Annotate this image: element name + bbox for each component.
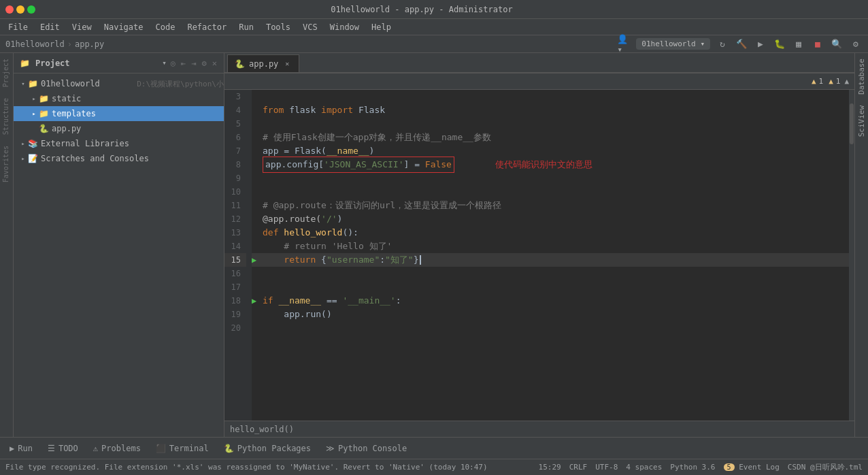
code-line-20 bbox=[252, 321, 849, 335]
code-line-12: @app.route( '/' ) bbox=[252, 212, 849, 226]
str-main: '__main__' bbox=[342, 294, 395, 308]
editor-tab-apppy[interactable]: 🐍 app.py ✕ bbox=[227, 54, 299, 72]
line-num-20: 20 bbox=[224, 321, 246, 335]
menu-tools[interactable]: Tools bbox=[261, 21, 296, 33]
status-python-version[interactable]: Python 3.6 bbox=[670, 463, 715, 472]
window-minimize-button[interactable] bbox=[16, 5, 24, 14]
database-tab[interactable]: Database bbox=[855, 53, 868, 100]
code-line-4: from flask import Flask bbox=[252, 103, 849, 117]
tree-item-scratches[interactable]: ▸ 📝 Scratches and Consoles bbox=[14, 151, 224, 166]
line-numbers: 3 4 5 6 7 8 9 10 11 12 13 14 15 16 17 18 bbox=[224, 90, 252, 421]
tree-item-apppy[interactable]: 🐍 app.py bbox=[14, 121, 224, 136]
status-separator-1: CRLF bbox=[569, 463, 588, 472]
title-bar: 01helloworld - app.py - Administrator bbox=[0, 0, 868, 19]
project-panel: 📁 Project ▾ ◎ ⇤ ⇥ ⚙ ✕ ▾ 📁 01helloworld D… bbox=[14, 53, 224, 437]
window-maximize-button[interactable] bbox=[27, 5, 35, 14]
code-area-wrapper: 3 4 5 6 7 8 9 10 11 12 13 14 15 16 17 18 bbox=[224, 90, 854, 421]
status-position[interactable]: 15:29 bbox=[539, 463, 561, 472]
tab-close-button[interactable]: ✕ bbox=[282, 59, 292, 69]
decorator-at: @app.route( bbox=[263, 212, 321, 226]
warning-icon-2: ▲ bbox=[829, 77, 833, 86]
line-num-13: 13 bbox=[224, 226, 246, 240]
project-close-icon[interactable]: ✕ bbox=[211, 57, 218, 69]
code-line-9 bbox=[252, 171, 849, 185]
git-branch-label: 01helloworld bbox=[641, 39, 695, 48]
menu-navigate[interactable]: Navigate bbox=[99, 21, 149, 33]
coverage-icon[interactable]: ▦ bbox=[792, 37, 805, 51]
debug-icon[interactable]: 🐛 bbox=[773, 37, 786, 51]
project-settings-icon[interactable]: ⚙ bbox=[201, 57, 208, 69]
vertical-scrollbar[interactable] bbox=[849, 90, 854, 421]
menu-vcs[interactable]: VCS bbox=[297, 21, 323, 33]
code-content[interactable]: from flask import Flask # 使用Flask创建一个app… bbox=[252, 90, 849, 421]
plain-def-paren: (): bbox=[342, 226, 358, 240]
tree-arrow-templates: ▸ bbox=[30, 110, 38, 118]
code-line-19: app.run() bbox=[252, 308, 849, 321]
collapse-all-icon[interactable]: ⇤ bbox=[180, 57, 187, 69]
status-spaces[interactable]: 4 spaces bbox=[626, 463, 662, 472]
breadcrumb-project[interactable]: 01helloworld bbox=[5, 39, 65, 49]
code-editor: 3 4 5 6 7 8 9 10 11 12 13 14 15 16 17 18 bbox=[224, 90, 849, 421]
tab-run[interactable]: ▶ Run bbox=[3, 440, 39, 457]
menu-view[interactable]: View bbox=[67, 21, 97, 33]
search-icon[interactable]: 🔍 bbox=[830, 37, 844, 51]
project-side-tab[interactable]: Project bbox=[0, 53, 13, 93]
menu-edit[interactable]: Edit bbox=[35, 21, 65, 33]
line-num-18: 18 bbox=[224, 294, 246, 308]
warning-expand-icon[interactable]: ▲ bbox=[844, 77, 849, 86]
left-side-panel: Project Structure Favorites bbox=[0, 53, 14, 437]
menu-code[interactable]: Code bbox=[150, 21, 181, 33]
line-num-19: 19 bbox=[224, 308, 246, 321]
menu-refactor[interactable]: Refactor bbox=[182, 21, 232, 33]
locate-icon[interactable]: ◎ bbox=[169, 57, 177, 69]
tab-terminal[interactable]: ⬛ Terminal bbox=[149, 440, 216, 457]
expand-all-icon[interactable]: ⇥ bbox=[190, 57, 197, 69]
plain-appconfig: app.config[ bbox=[265, 158, 324, 171]
stop-icon[interactable]: ■ bbox=[811, 37, 824, 51]
breadcrumb-file[interactable]: app.py bbox=[75, 39, 104, 49]
root-folder-icon: 📁 bbox=[27, 78, 38, 89]
main-area: Project Structure Favorites 📁 Project ▾ … bbox=[0, 53, 868, 437]
apppy-file-icon: 🐍 bbox=[38, 123, 49, 134]
bottom-tab-bar: ▶ Run ☰ TODO ⚠ Problems ⬛ Terminal 🐍 Pyt… bbox=[0, 437, 868, 459]
tree-arrow-apppy bbox=[30, 125, 38, 133]
kw-from: from bbox=[263, 103, 284, 117]
status-encoding[interactable]: UTF-8 bbox=[595, 463, 618, 472]
user-icon[interactable]: 👤▾ bbox=[617, 37, 631, 51]
run-icon[interactable]: ▶ bbox=[754, 37, 767, 51]
python-console-tab-icon: ≫ bbox=[326, 444, 335, 453]
tree-item-static[interactable]: ▸ 📁 static bbox=[14, 91, 224, 106]
menu-help[interactable]: Help bbox=[366, 21, 397, 33]
tab-python-console[interactable]: ≫ Python Console bbox=[319, 440, 414, 457]
line-num-14: 14 bbox=[224, 240, 246, 253]
settings-icon[interactable]: ⚙ bbox=[849, 37, 863, 51]
git-branch-selector[interactable]: 01helloworld ▾ bbox=[636, 38, 710, 50]
comment-line11: # @app.route：设置访问的url，这里是设置成一个根路径 bbox=[263, 199, 501, 212]
problems-tab-label: Problems bbox=[101, 444, 141, 453]
status-event-log[interactable]: 5 Event Log bbox=[724, 463, 780, 472]
structure-side-tab[interactable]: Structure bbox=[0, 93, 13, 140]
window-controls[interactable] bbox=[5, 5, 35, 14]
tab-python-packages[interactable]: 🐍 Python Packages bbox=[217, 440, 318, 457]
warning-count-2: 1 bbox=[836, 77, 841, 86]
sciview-tab[interactable]: SciView bbox=[855, 100, 868, 142]
build-icon[interactable]: 🔨 bbox=[735, 37, 748, 51]
project-dropdown-icon[interactable]: ▾ bbox=[162, 59, 167, 67]
tab-todo[interactable]: ☰ TODO bbox=[41, 440, 85, 457]
menu-window[interactable]: Window bbox=[324, 21, 365, 33]
menu-run[interactable]: Run bbox=[233, 21, 259, 33]
tree-item-external-libs[interactable]: ▸ 📚 External Libraries bbox=[14, 136, 224, 151]
line-num-12: 12 bbox=[224, 212, 246, 226]
menu-file[interactable]: File bbox=[3, 21, 33, 33]
tree-item-templates[interactable]: ▸ 📁 templates bbox=[14, 106, 224, 121]
favorites-side-tab[interactable]: Favorites bbox=[0, 140, 13, 188]
scrollbar-thumb[interactable] bbox=[850, 103, 854, 144]
window-close-button[interactable] bbox=[5, 5, 14, 14]
breadcrumb-separator: › bbox=[67, 39, 72, 49]
fn-hello-world: hello_world bbox=[284, 226, 342, 240]
code-line-5 bbox=[252, 117, 849, 131]
tree-root-path: D:\视频课程\python\小 bbox=[137, 79, 224, 89]
tab-problems[interactable]: ⚠ Problems bbox=[86, 440, 148, 457]
sync-icon[interactable]: ↻ bbox=[716, 37, 729, 51]
tree-root[interactable]: ▾ 📁 01helloworld D:\视频课程\python\小 bbox=[14, 76, 224, 91]
